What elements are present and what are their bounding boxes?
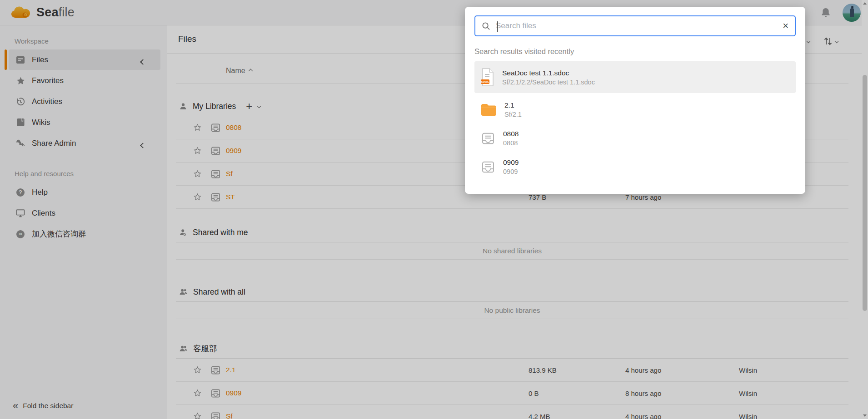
result-title: 0808 [503, 130, 519, 138]
result-title: 0909 [503, 158, 519, 167]
search-box: × [474, 15, 796, 36]
scroll-down-arrow[interactable] [862, 412, 868, 419]
search-result-item[interactable]: 2.1 Sf/2.1 [474, 98, 796, 122]
scrollbar [862, 0, 868, 419]
recent-results-label: Search results visited recently [474, 47, 796, 56]
result-path: 0909 [503, 168, 519, 175]
result-path: 0808 [503, 139, 519, 147]
search-result-item[interactable]: SDOC SeaDoc test 1.1.sdoc Sf/2.1/2.2/Sea… [474, 61, 796, 93]
library-icon [480, 160, 496, 174]
text-cursor [497, 21, 498, 32]
sdoc-file-icon: SDOC [480, 68, 495, 87]
search-input[interactable] [496, 21, 778, 30]
result-path: Sf/2.1 [504, 111, 522, 118]
result-title: 2.1 [504, 101, 522, 109]
scrollbar-thumb[interactable] [863, 75, 867, 311]
search-modal: × Search results visited recently SDOC S… [465, 7, 805, 194]
library-icon [480, 131, 496, 146]
svg-text:SDOC: SDOC [481, 80, 489, 83]
search-icon [482, 22, 490, 30]
scroll-up-arrow[interactable] [862, 0, 868, 7]
close-icon[interactable]: × [783, 21, 788, 31]
result-path: Sf/2.1/2.2/SeaDoc test 1.1.sdoc [502, 79, 595, 86]
folder-icon [480, 103, 497, 117]
result-title: SeaDoc test 1.1.sdoc [502, 69, 595, 77]
search-result-item[interactable]: 0808 0808 [474, 126, 796, 150]
search-result-item[interactable]: 0909 0909 [474, 155, 796, 179]
